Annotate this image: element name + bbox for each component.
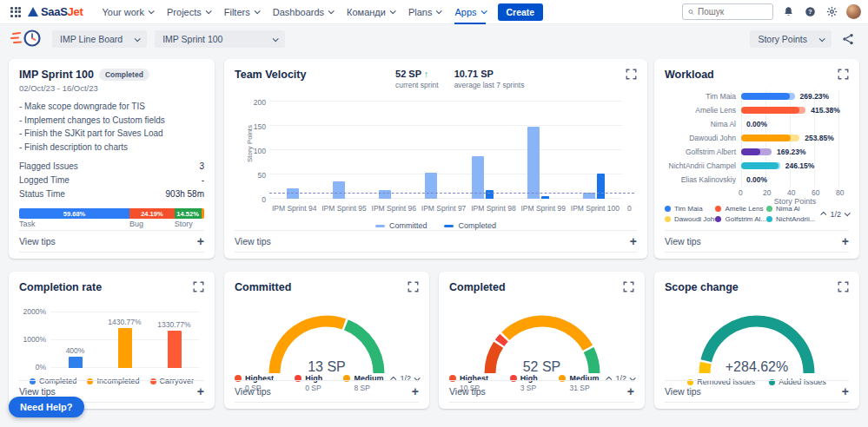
velocity-bar-group [287, 102, 299, 199]
pager-up-icon[interactable] [821, 212, 827, 218]
nav-item-projects[interactable]: Projects [160, 0, 217, 24]
workload-row-nima-al: Nima Al0.00% [665, 117, 849, 131]
workload-row-tim-maia: Tim Maia269.23% [665, 89, 849, 103]
sprint-select-value: IMP Sprint 100 [162, 34, 222, 44]
velocity-legend: CommittedCompleted [235, 221, 637, 230]
legend-dot [665, 206, 671, 212]
bar-completed [486, 190, 494, 199]
view-tips-button[interactable]: View tips + [449, 380, 634, 403]
x-tick-label: IPM Sprint 98 [471, 204, 516, 213]
settings-gear-icon[interactable] [825, 5, 838, 19]
create-button[interactable]: Create [498, 3, 544, 21]
average-sprint-stat: 10.71 SP average last 7 sprints [454, 69, 525, 89]
legend-item-nichtandrii[interactable]: NichtAndrii... [766, 215, 818, 223]
bar-completed: 400% [69, 357, 83, 368]
chevron-down-icon [390, 8, 396, 14]
workload-row-amelie-lens: Amelie Lens415.38% [665, 103, 849, 117]
y-tick-label: 1000% [23, 335, 46, 344]
nav-item-label: Filters [224, 7, 250, 17]
workload-row-name: Elias Kalinovskiy [665, 175, 741, 184]
legend-item-completed[interactable]: Completed [444, 221, 496, 230]
nav-item-label: Projects [167, 7, 202, 17]
sprint-goal-line: - Finish the SJKit part for Saves Load [19, 127, 204, 141]
workload-bar [741, 107, 799, 114]
y-tick-label: 0 [245, 195, 266, 204]
plus-icon: + [627, 384, 634, 398]
velocity-bar-group [527, 102, 549, 199]
committed-card: Committed 13 SP Highest0 SPHigh0 SPMediu… [224, 272, 429, 409]
expand-icon[interactable] [838, 69, 849, 80]
plus-icon: + [197, 384, 204, 398]
view-tips-button[interactable]: View tips + [235, 230, 637, 253]
scope-change-card: Scope change +284.62% Removed IssuesAdde… [654, 272, 859, 409]
search-box[interactable] [682, 3, 773, 20]
velocity-bar-group [425, 102, 437, 199]
nav-item-dashboards[interactable]: Dashboards [266, 0, 340, 24]
segment-pct: 14.52% [176, 210, 198, 218]
nav-item-filters[interactable]: Filters [217, 0, 266, 24]
completed-gauge: 52 SP [473, 304, 612, 378]
view-tips-button[interactable]: View tips + [19, 230, 204, 253]
legend-item-tim-maia[interactable]: Tim Maia [665, 205, 715, 213]
scope-change-gauge-value: +284.62% [687, 359, 826, 375]
board-select[interactable]: IMP Line Board [52, 30, 147, 48]
legend-item-nima-al[interactable]: Nima Al [766, 205, 818, 213]
velocity-bar-group [333, 102, 345, 199]
notifications-bell-icon[interactable] [781, 5, 795, 19]
search-input[interactable] [698, 7, 767, 16]
brand-logo[interactable]: SaaSJet [28, 5, 83, 18]
legend-item-golfstrim-al[interactable]: Golfstrim Al... [715, 215, 766, 223]
velocity-xlabels: IPM Sprint 94IPM Sprint 95IPM Sprint 96I… [269, 204, 622, 213]
chevron-down-icon [819, 36, 825, 42]
x-tick-label: IPM Sprint 99 [520, 204, 566, 213]
velocity-extra-tick: 0 [627, 204, 632, 213]
workload-row-name: Dawoudi John [665, 134, 741, 142]
nav-item-label: Plans [408, 7, 433, 17]
workload-row-golfstrim-albert: Golfstrim Albert169.23% [665, 145, 849, 159]
view-tips-button[interactable]: View tips + [665, 380, 849, 403]
bar-value-label: 1330.77% [157, 320, 190, 329]
nav-item-label: Your work [103, 7, 145, 17]
sprint-info-card: IMP Sprint 100 Completed 02/Oct/23 - 16/… [9, 59, 215, 259]
stat-value: - [202, 174, 204, 187]
view-tips-button[interactable]: View tips + [235, 380, 419, 403]
pager-down-icon[interactable] [845, 210, 851, 216]
current-sprint-stat: 52 SP ↑ current sprint [395, 69, 439, 89]
user-avatar[interactable] [846, 4, 861, 19]
y-tick-label: 50 [245, 171, 266, 180]
chevron-down-icon [205, 8, 211, 14]
nav-item-plans[interactable]: Plans [401, 0, 448, 24]
nav-item-команди[interactable]: Команди [340, 0, 401, 24]
nav-item-apps[interactable]: Apps [447, 0, 492, 24]
nav-item-your-work[interactable]: Your work [96, 0, 161, 24]
legend-item-dawoudi-john[interactable]: Dawoudi John [665, 215, 715, 223]
need-help-button[interactable]: Need Help? [9, 397, 84, 417]
legend-item-committed[interactable]: Committed [375, 221, 427, 230]
expand-icon[interactable] [626, 69, 637, 80]
workload-row-value: 269.23% [800, 92, 830, 101]
workload-row-value: 169.23% [777, 148, 806, 156]
expand-icon[interactable] [623, 281, 634, 292]
chevron-down-icon [436, 8, 442, 14]
legend-dot [715, 216, 721, 222]
x-tick-label: IPM Sprint 96 [372, 204, 417, 213]
current-sprint-caption: current sprint [395, 81, 439, 89]
expand-icon[interactable] [407, 281, 419, 292]
expand-icon[interactable] [193, 281, 204, 292]
expand-icon[interactable] [838, 281, 849, 292]
view-tips-label: View tips [19, 386, 56, 397]
view-tips-button[interactable]: View tips + [665, 230, 849, 253]
help-icon[interactable]: ? [803, 5, 817, 19]
share-icon[interactable] [838, 30, 858, 49]
nav-item-label: Dashboards [273, 7, 324, 17]
workload-row-value: 0.00% [746, 120, 767, 128]
app-switcher-icon[interactable] [10, 7, 21, 17]
x-tick-label: 40 [787, 188, 795, 197]
sprint-title: IMP Sprint 100 [19, 69, 94, 81]
view-tips-label: View tips [449, 386, 486, 397]
legend-item-amelie-lens[interactable]: Amelie Lens [715, 205, 766, 213]
unit-select[interactable]: Story Points [750, 30, 832, 48]
legend-label: Golfstrim Al... [725, 215, 766, 223]
bar-completed [597, 174, 605, 199]
sprint-select[interactable]: IMP Sprint 100 [155, 30, 285, 48]
